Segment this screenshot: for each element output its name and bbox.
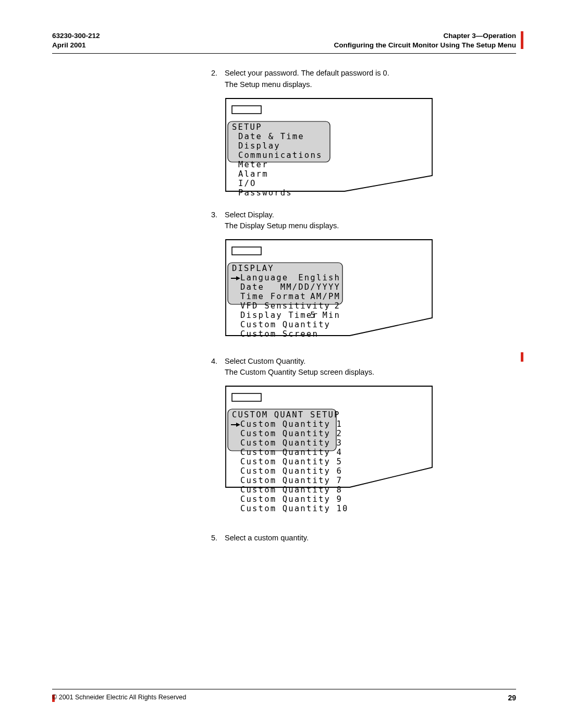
page-footer: © 2001 Schneider Electric All Rights Res… xyxy=(52,689,516,702)
lcd-row-value: MM/DD/YYYY xyxy=(280,282,340,292)
chapter-title: Chapter 3—Operation xyxy=(334,31,516,41)
lcd-item: Communications xyxy=(238,151,322,160)
lcd-row-label: Custom Quantity xyxy=(240,320,331,329)
lcd-custom-quant-screen: CUSTOM QUANT SETUP Custom Quantity 1 Cus… xyxy=(225,385,433,525)
lcd-row-label: Language xyxy=(240,273,288,282)
lcd-row-label: Date xyxy=(240,282,264,292)
step-number: 4. xyxy=(211,356,225,378)
svg-rect-3 xyxy=(232,247,261,255)
page: 63230-300-212 April 2001 Chapter 3—Opera… xyxy=(0,0,563,728)
svg-rect-1 xyxy=(232,106,261,114)
step-text: The Setup menu displays. xyxy=(225,80,389,90)
lcd-item: Custom Quantity 6 xyxy=(240,466,342,476)
copyright: © 2001 Schneider Electric All Rights Res… xyxy=(52,694,186,702)
revision-bar xyxy=(521,352,523,362)
step-text: Select your password. The default passwo… xyxy=(225,69,389,77)
step-text: Select a custom quantity. xyxy=(225,534,309,542)
step-text: The Custom Quantity Setup screen display… xyxy=(225,367,374,378)
lcd-item: Date & Time xyxy=(238,132,304,141)
doc-date: April 2001 xyxy=(52,41,100,50)
lcd-row-label: VFD Sensitivity xyxy=(240,301,331,311)
lcd-display-screen: DISPLAY Language English Date MM/DD/YYYY… xyxy=(225,239,433,353)
lcd-title: DISPLAY xyxy=(232,264,274,273)
body: 2. Select your password. The default pas… xyxy=(211,68,516,543)
doc-number: 63230-300-212 xyxy=(52,31,100,41)
lcd-setup-screen: SETUP Date & Time Display Communications… xyxy=(225,97,433,207)
step-number: 5. xyxy=(211,533,225,544)
lcd-row-value: 5 Min xyxy=(310,311,340,320)
lcd-item: Custom Quantity 2 xyxy=(240,429,342,438)
step-3: 3. Select Display. The Display Setup men… xyxy=(211,210,516,231)
page-number: 29 xyxy=(508,694,516,702)
lcd-title: SETUP xyxy=(232,122,262,132)
lcd-item: Meter xyxy=(238,160,268,169)
lcd-item: Custom Quantity 8 xyxy=(240,485,342,495)
page-header: 63230-300-212 April 2001 Chapter 3—Opera… xyxy=(52,31,516,54)
lcd-item: Custom Quantity 4 xyxy=(240,448,342,457)
lcd-item: Custom Quantity 9 xyxy=(240,495,342,504)
lcd-item: Custom Quantity 7 xyxy=(240,476,342,485)
step-text: Select Custom Quantity. xyxy=(225,357,305,365)
lcd-item: Custom Quantity 1 xyxy=(240,419,342,429)
lcd-title: CUSTOM QUANT SETUP xyxy=(232,410,340,419)
lcd-item: Passwords xyxy=(238,188,292,198)
lcd-row-value: English xyxy=(298,273,340,282)
lcd-row-label: Time Format xyxy=(240,292,307,301)
step-5: 5. Select a custom quantity. xyxy=(211,533,516,544)
lcd-row-label: Display Timer xyxy=(240,311,319,320)
section-title: Configuring the Circuit Monitor Using Th… xyxy=(334,41,516,50)
lcd-item: I/O xyxy=(238,179,256,188)
step-text: The Display Setup menu displays. xyxy=(225,221,339,231)
step-2: 2. Select your password. The default pas… xyxy=(211,68,516,90)
revision-bar xyxy=(521,31,523,49)
lcd-row-label: Custom Screen xyxy=(240,329,319,339)
step-number: 3. xyxy=(211,210,225,231)
lcd-item: Alarm xyxy=(238,169,268,179)
lcd-row-value: 2 xyxy=(334,301,340,311)
lcd-item: Custom Quantity 3 xyxy=(240,438,342,448)
step-4: 4. Select Custom Quantity. The Custom Qu… xyxy=(211,356,516,378)
lcd-row-value: AM/PM xyxy=(310,292,340,301)
lcd-item: Display xyxy=(238,141,280,151)
step-text: Select Display. xyxy=(225,211,274,219)
step-number: 2. xyxy=(211,68,225,90)
lcd-item: Custom Quantity 5 xyxy=(240,457,342,466)
lcd-item: Custom Quantity 10 xyxy=(240,504,349,513)
svg-rect-7 xyxy=(232,393,261,401)
